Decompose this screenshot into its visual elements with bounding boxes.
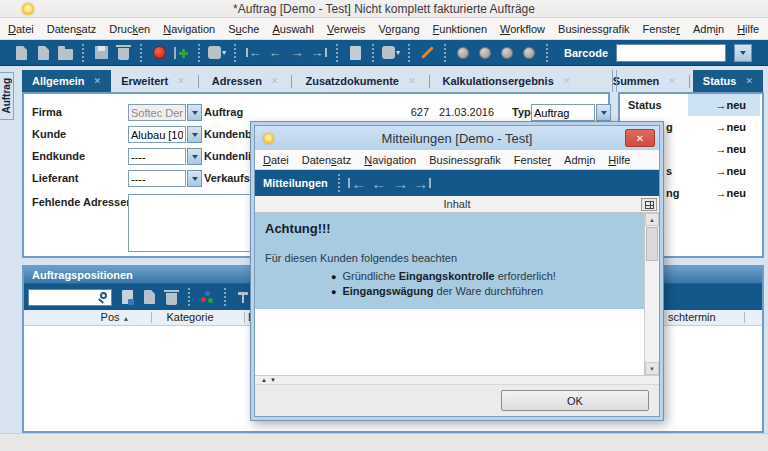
endkunde-input[interactable] [128,148,186,165]
column-header-pos[interactable]: Pos▲ [84,311,146,323]
menu-item-suche[interactable]: Suche [228,23,259,35]
barcode-dropdown-button[interactable] [734,44,752,62]
copy-position-icon[interactable] [139,287,159,307]
tab-close-icon[interactable]: ✕ [408,76,416,86]
side-tab-auftrag[interactable]: Auftrag [0,72,14,120]
tab-close-icon[interactable]: ✕ [668,76,676,86]
tab-zusatzdokumente[interactable]: Zusatzdokumente✕ [295,70,425,92]
column-header-label: schtermin [668,311,716,323]
categories-icon[interactable] [197,287,217,307]
previous-record-icon[interactable]: ← [265,43,285,63]
delete-icon[interactable] [113,43,133,63]
barcode-input[interactable] [616,44,726,62]
open-folder-icon[interactable] [55,43,75,63]
dialog-column-header[interactable]: Inhalt [255,196,659,213]
menu-item-navigation[interactable]: Navigation [163,23,215,35]
typ-input[interactable] [531,104,595,121]
tab-kalkulationsergebnis[interactable]: Kalkulationsergebnis✕ [433,70,581,92]
typ-dropdown-button[interactable] [596,104,611,121]
menu-item-admin[interactable]: Admin [693,23,724,35]
state-circle-4-icon[interactable] [519,43,539,63]
lieferant-input[interactable] [128,170,186,187]
typ-combobox[interactable] [531,104,611,121]
endkunde-combobox[interactable] [128,148,202,165]
menu-item-hilfe[interactable]: Hilfe [608,154,630,166]
tab-label: Erweitert [121,75,168,87]
menu-item-businessgrafik[interactable]: Businessgrafik [558,23,630,35]
menu-item-datei[interactable]: Datei [8,23,34,35]
refresh-page-icon[interactable] [345,43,365,63]
navigate-menu-icon[interactable]: ▾ [207,43,227,63]
menu-item-fenster[interactable]: Fenster [643,23,680,35]
firma-input[interactable] [128,104,186,121]
first-message-icon[interactable]: ← [347,173,367,193]
mitteilungen-dialog: Mitteilungen [Demo - Test] ✕ DateiDatens… [250,121,664,421]
sort-down-button[interactable]: ▼ [270,377,276,383]
delete-position-icon[interactable] [161,287,181,307]
menu-item-navigation[interactable]: Navigation [364,154,416,166]
toolbar-separator [188,288,190,306]
kunde-dropdown-button[interactable] [187,126,202,143]
menu-item-businessgrafik[interactable]: Businessgrafik [429,154,501,166]
scroll-thumb[interactable] [646,227,658,261]
menu-item-vorgang[interactable]: Vorgang [379,23,420,35]
firma-combobox[interactable] [128,104,202,121]
state-circle-2-icon[interactable] [475,43,495,63]
chevron-down-icon: ▾ [222,48,226,57]
edit-pencil-icon[interactable] [417,43,437,63]
record-icon[interactable] [149,43,169,63]
new-position-icon[interactable] [117,287,137,307]
tab-close-icon[interactable]: ✕ [745,76,753,86]
menu-item-datensatz[interactable]: Datensatz [47,23,97,35]
tab-allgemein[interactable]: Allgemein✕ [22,70,111,92]
insert-record-icon[interactable] [171,43,191,63]
dialog-close-button[interactable]: ✕ [625,129,655,147]
kunde-input[interactable] [128,126,186,143]
search-icon [100,292,107,299]
column-header-kategorie[interactable]: Kategorie [154,311,226,323]
save-icon[interactable] [91,43,111,63]
menu-item-datei[interactable]: Datei [263,154,289,166]
scroll-down-button[interactable]: ▼ [645,362,659,375]
state-circle-3-icon[interactable] [497,43,517,63]
chevron-down-icon [740,51,746,55]
lieferant-dropdown-button[interactable] [187,170,202,187]
menu-item-fenster[interactable]: Fenster [514,154,551,166]
menu-item-funktionen[interactable]: Funktionen [433,23,487,35]
tab-adressen[interactable]: Adressen✕ [202,70,289,92]
kunde-combobox[interactable] [128,126,202,143]
sort-up-button[interactable]: ▲ [261,377,267,383]
tab-status[interactable]: Status✕ [693,70,763,92]
menu-item-datensatz[interactable]: Datensatz [302,154,352,166]
scroll-up-button[interactable]: ▲ [645,213,659,226]
menu-item-drucken[interactable]: Drucken [109,23,150,35]
table-settings-button[interactable] [641,198,657,211]
column-header-schtermin[interactable]: schtermin [668,311,716,323]
menu-item-verweis[interactable]: Verweis [327,23,366,35]
copy-document-icon[interactable] [33,43,53,63]
new-document-icon[interactable] [11,43,31,63]
ok-button[interactable]: OK [501,390,649,411]
state-circle-1-icon[interactable] [453,43,473,63]
firma-label: Firma [32,106,62,118]
menu-item-workflow[interactable]: Workflow [500,23,545,35]
firma-dropdown-button[interactable] [187,104,202,121]
next-message-icon[interactable]: → [391,173,411,193]
previous-message-icon[interactable]: ← [369,173,389,193]
lieferant-combobox[interactable] [128,170,202,187]
tab-close-icon[interactable]: ✕ [94,76,102,86]
endkunde-dropdown-button[interactable] [187,148,202,165]
tab-erweitert[interactable]: Erweitert✕ [111,70,195,92]
last-message-icon[interactable]: → [413,173,433,193]
tab-close-icon[interactable]: ✕ [271,76,279,86]
next-record-icon[interactable]: → [287,43,307,63]
link-menu-icon[interactable]: ▾ [381,43,401,63]
menu-item-auswahl[interactable]: Auswahl [272,23,314,35]
menu-item-hilfe[interactable]: Hilfe [737,23,759,35]
tab-close-icon[interactable]: ✕ [177,76,185,86]
scrollbar[interactable]: ▲ ▼ [644,213,659,375]
last-record-icon[interactable]: → [309,43,329,63]
first-record-icon[interactable]: ← [243,43,263,63]
tab-close-icon[interactable]: ✕ [563,76,571,86]
menu-item-admin[interactable]: Admin [564,154,595,166]
